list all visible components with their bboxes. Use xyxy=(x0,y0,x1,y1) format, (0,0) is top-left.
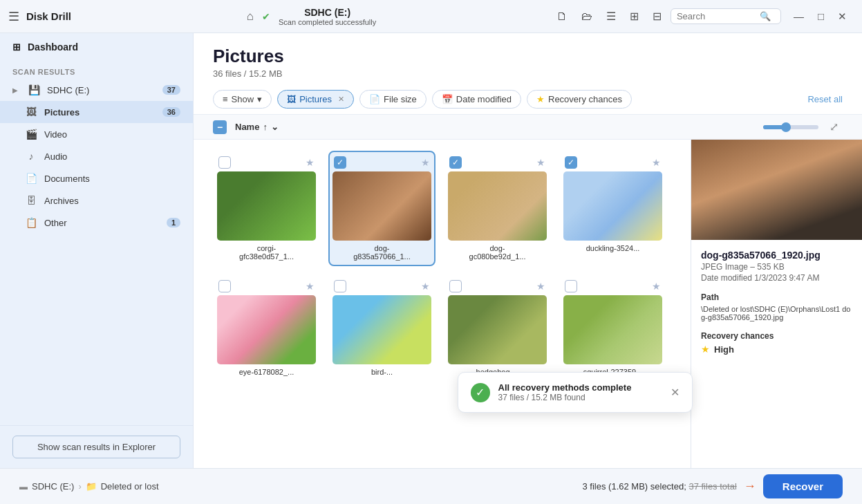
file-card-dog1[interactable]: ★ dog-g835a57066_1... xyxy=(328,151,435,266)
main-content: Pictures 36 files / 15.2 MB ≡ Show ▾ 🖼 P… xyxy=(194,33,862,468)
selection-status-text: 3 files (1.62 MB) selected; 37 files tot… xyxy=(583,481,737,492)
filters-bar: ≡ Show ▾ 🖼 Pictures ✕ 📄 File size 📅 Date… xyxy=(194,84,862,115)
file-card-bird[interactable]: ★ bird-... xyxy=(328,274,435,382)
thumbnail-size-slider[interactable] xyxy=(763,125,818,129)
maximize-button[interactable]: □ xyxy=(811,8,831,26)
file-view-icon[interactable]: 🗋 xyxy=(552,8,572,26)
show-in-explorer-button[interactable]: Show scan results in Explorer xyxy=(12,436,180,458)
deselect-icon[interactable]: − xyxy=(213,120,227,134)
dashboard-icon: ⊞ xyxy=(12,41,21,53)
name-column-header[interactable]: Name ↑ ⌄ xyxy=(235,122,756,132)
card-checkbox-hedgehog[interactable] xyxy=(449,280,462,292)
sidebar-item-other[interactable]: 📋 Other 1 xyxy=(0,212,193,234)
sidebar-item-documents[interactable]: 📄 Documents xyxy=(0,167,193,189)
card-star-squirrel[interactable]: ★ xyxy=(652,281,661,292)
card-star-dog1[interactable]: ★ xyxy=(421,157,430,168)
show-icon: ≡ xyxy=(223,94,228,104)
card-checkbox-bird[interactable] xyxy=(334,280,346,292)
toolbar: 🗋 🗁 ☰ ⊞ ⊟ 🔍 xyxy=(552,7,781,26)
expand-button[interactable]: ⤢ xyxy=(825,119,843,135)
pictures-filter-button[interactable]: 🖼 Pictures ✕ xyxy=(277,90,354,109)
minimize-button[interactable]: — xyxy=(787,8,811,26)
pictures-filter-close[interactable]: ✕ xyxy=(338,95,344,104)
select-all-checkbox[interactable]: − xyxy=(213,120,228,134)
card-top: ★ xyxy=(334,280,430,292)
card-star-duckling[interactable]: ★ xyxy=(652,157,661,168)
sidebar-item-archives[interactable]: 🗄 Archives xyxy=(0,189,193,212)
total-count: 37 files total xyxy=(688,481,736,492)
toast-title: All recovery methods complete xyxy=(498,382,662,393)
toast-notification: ✓ All recovery methods complete 37 files… xyxy=(458,372,693,413)
file-card-duckling[interactable]: ★ duckling-3524... xyxy=(559,151,666,266)
recover-button[interactable]: Recover xyxy=(763,474,843,498)
sidebar-item-video[interactable]: 🎬 Video xyxy=(0,123,193,145)
home-icon[interactable]: ⌂ xyxy=(247,10,254,24)
scan-results-label: Scan results xyxy=(0,61,193,79)
sdhc-label: SDHC (E:) xyxy=(47,85,156,95)
card-label-dog1: dog-g835a57066_1... xyxy=(353,244,411,261)
card-checkbox-duckling[interactable] xyxy=(565,156,577,169)
list-view-icon[interactable]: ☰ xyxy=(601,7,621,26)
card-checkbox-dog1[interactable] xyxy=(334,156,346,169)
sidebar: ⊞ Dashboard Scan results ▶ 💾 SDHC (E:) 3… xyxy=(0,33,194,468)
preview-image xyxy=(691,140,862,240)
file-size-icon: 📄 xyxy=(369,94,380,104)
card-checkbox-corgi[interactable] xyxy=(218,156,231,169)
layout-icon[interactable]: ⊟ xyxy=(648,7,666,26)
file-grid: ★ corgi-gfc38e0d57_1... ★ dog-g835a57066… xyxy=(194,140,691,468)
card-image-dog1 xyxy=(332,171,431,241)
card-star-hedgehog[interactable]: ★ xyxy=(536,281,545,292)
file-size-filter-button[interactable]: 📄 File size xyxy=(359,90,427,109)
card-image-squirrel xyxy=(563,295,662,364)
card-star-bird[interactable]: ★ xyxy=(421,281,430,292)
preview-panel: dog-g835a57066_1920.jpg JPEG Image – 535… xyxy=(691,140,862,468)
sort-asc-icon: ↑ xyxy=(263,122,268,132)
preview-recovery-label: Recovery chances xyxy=(701,331,852,341)
file-card-dog2[interactable]: ★ dog-gc080be92d_1... xyxy=(444,151,551,266)
reset-all-button[interactable]: Reset all xyxy=(807,94,843,104)
sort-dropdown-icon[interactable]: ⌄ xyxy=(271,122,279,132)
card-checkbox-dog2[interactable] xyxy=(449,156,462,169)
menu-icon[interactable]: ☰ xyxy=(8,9,19,24)
documents-label: Documents xyxy=(44,174,180,184)
slider-thumb[interactable] xyxy=(781,122,791,132)
folder-view-icon[interactable]: 🗁 xyxy=(577,8,597,26)
recovery-chances-filter-button[interactable]: ★ Recovery chances xyxy=(527,90,632,109)
pictures-badge: 36 xyxy=(162,107,180,117)
grid-view-icon[interactable]: ⊞ xyxy=(625,7,644,26)
selected-count: 3 files (1.62 MB) selected; xyxy=(583,481,689,492)
preview-recovery-value: High xyxy=(714,344,734,355)
file-card-squirrel[interactable]: ★ squirrel-227359... xyxy=(559,274,666,382)
show-filter-button[interactable]: ≡ Show ▾ xyxy=(213,90,272,109)
card-top: ★ xyxy=(565,156,661,169)
sidebar-item-dashboard[interactable]: ⊞ Dashboard xyxy=(0,33,193,61)
file-card-eye[interactable]: ★ eye-6178082_... xyxy=(213,274,320,382)
card-checkbox-eye[interactable] xyxy=(218,280,231,292)
preview-path: \Deleted or lost\SDHC (E)\Orphans\Lost1 … xyxy=(701,305,852,321)
toast-body: All recovery methods complete 37 files /… xyxy=(498,382,662,402)
card-star-dog2[interactable]: ★ xyxy=(536,157,545,168)
slider-track xyxy=(763,125,818,129)
search-input[interactable] xyxy=(677,11,760,21)
date-modified-filter-button[interactable]: 📅 Date modified xyxy=(432,90,521,109)
sidebar-item-audio[interactable]: ♪ Audio xyxy=(0,145,193,167)
card-star-corgi[interactable]: ★ xyxy=(306,157,315,168)
close-button[interactable]: ✕ xyxy=(831,8,854,26)
card-top: ★ xyxy=(218,156,315,169)
card-star-eye[interactable]: ★ xyxy=(306,281,315,292)
card-top: ★ xyxy=(449,156,545,169)
status-bar: ▬ SDHC (E:) › 📁 Deleted or lost 3 files … xyxy=(0,468,862,504)
card-label-duckling: duckling-3524... xyxy=(586,244,640,252)
pictures-filter-label: Pictures xyxy=(299,94,332,104)
card-image-hedgehog xyxy=(448,295,547,364)
card-checkbox-squirrel[interactable] xyxy=(565,280,577,292)
file-card-hedgehog[interactable]: ★ hedgehog-... xyxy=(444,274,551,382)
file-card-corgi[interactable]: ★ corgi-gfc38e0d57_1... xyxy=(213,151,320,266)
other-badge: 1 xyxy=(167,218,180,227)
documents-icon: 📄 xyxy=(25,173,37,184)
toast-close-button[interactable]: ✕ xyxy=(671,386,680,399)
chevron-icon: ▶ xyxy=(12,86,18,94)
sidebar-item-pictures[interactable]: 🖼 Pictures 36 xyxy=(0,101,193,123)
sidebar-item-sdhc[interactable]: ▶ 💾 SDHC (E:) 37 xyxy=(0,79,193,101)
content-area: ★ corgi-gfc38e0d57_1... ★ dog-g835a57066… xyxy=(194,140,862,468)
